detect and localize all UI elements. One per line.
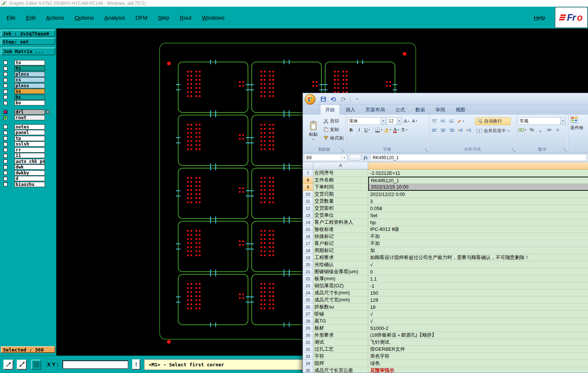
grid-toggle-button[interactable] <box>31 360 41 370</box>
layer-row-plncs[interactable]: plncs <box>0 71 56 77</box>
cell-a16[interactable]: 快捷标记 <box>313 233 368 240</box>
cell-b29[interactable]: S1000-2 <box>368 325 588 332</box>
layer-row-bs[interactable]: bs <box>0 94 56 100</box>
layer-row-bo[interactable]: bo <box>0 100 56 106</box>
cell-a11[interactable]: 交货数量 <box>313 198 368 205</box>
cell-b11[interactable]: 3 <box>368 198 588 205</box>
cell-a32[interactable]: 过孔工艺 <box>313 346 368 353</box>
layer-name-auto_chk_pn[interactable]: auto_chk_pn <box>14 159 45 164</box>
cell-a24[interactable]: 成品尺寸长(mm) <box>313 289 368 297</box>
row-header-12[interactable]: 12 <box>303 205 313 212</box>
layer-visibility-checkbox[interactable] <box>3 125 7 129</box>
decrease-indent-button[interactable] <box>457 127 464 134</box>
row-header-17[interactable]: 17 <box>303 240 313 247</box>
format-painter-button[interactable]: 格式刷 <box>323 134 343 142</box>
insert-function-pill[interactable] <box>348 154 362 161</box>
cell-a35[interactable]: 成品尺寸长宽公差 <box>313 367 368 373</box>
layer-name-dwkby[interactable]: dwkby <box>14 170 45 176</box>
menu-step[interactable]: Step <box>158 14 169 21</box>
cell-b31[interactable]: 飞针测试 <box>368 339 588 346</box>
menu-windows[interactable]: Windows <box>202 14 225 21</box>
cell-a23[interactable]: 铜箔厚度(OZ) <box>313 282 368 289</box>
fx-icon[interactable]: fx <box>363 155 369 161</box>
fill-color-button[interactable]: ▼ <box>384 126 392 133</box>
customize-qat-button[interactable]: ▼ <box>353 95 361 103</box>
layer-name-sslsh[interactable]: sslsh <box>14 141 45 147</box>
dialog-launcher-icon[interactable] <box>341 149 344 152</box>
row-header-10[interactable]: 10 <box>303 191 313 198</box>
layer-row-biaozhu[interactable]: biaozhu <box>0 181 56 187</box>
layer-name-11[interactable]: 11 <box>14 153 45 158</box>
cell-a19[interactable]: 工程要求 <box>313 254 368 261</box>
row-header-8[interactable]: 8 <box>303 177 313 184</box>
layer-name-panel[interactable]: panel <box>14 130 45 135</box>
office-button[interactable] <box>305 94 316 105</box>
job-matrix-button[interactable]: Job Matrix ... <box>1 48 55 55</box>
cell-b14[interactable]: hjc <box>368 219 588 226</box>
row-header-35[interactable]: 35 <box>303 367 313 373</box>
layer-visibility-checkbox[interactable] <box>3 165 7 169</box>
row-header-31[interactable]: 31 <box>303 339 313 346</box>
cell-a29[interactable]: 板材 <box>313 325 368 332</box>
redo-button[interactable] <box>339 95 347 103</box>
copy-button[interactable]: 复制 <box>323 126 343 133</box>
layer-name-bs[interactable]: bs <box>14 95 45 100</box>
layer-row-to[interactable]: to <box>0 60 56 66</box>
layer-name-bo[interactable]: bo <box>14 100 45 105</box>
menu-file[interactable]: File <box>7 14 16 21</box>
excel-tab-插入[interactable]: 插入 <box>341 105 360 115</box>
cell-a15[interactable]: 验收标准 <box>313 226 368 233</box>
dialog-launcher-icon[interactable] <box>564 149 567 152</box>
layer-row-tp[interactable]: tp <box>0 135 56 141</box>
cell-a27[interactable]: 喷锡 <box>313 311 368 318</box>
text-orientation-button[interactable]: ▼ <box>457 118 464 125</box>
wrap-text-button[interactable]: 自动换行 <box>475 117 511 125</box>
layer-name-ts[interactable]: ts <box>14 66 45 71</box>
dialog-launcher-icon[interactable] <box>425 149 428 152</box>
dialog-launcher-icon[interactable] <box>512 149 515 152</box>
cell-b34[interactable]: 绿色 <box>368 360 588 367</box>
cell-b15[interactable]: IPC-6012 Ⅱ级 <box>368 226 588 233</box>
menu-analysis[interactable]: Analysis <box>104 14 125 21</box>
layer-visibility-checkbox[interactable] <box>3 101 7 105</box>
layer-visibility-checkbox[interactable] <box>3 60 7 65</box>
column-header-b-selected[interactable] <box>368 162 588 170</box>
row-header-23[interactable]: 23 <box>303 282 313 289</box>
row-header-34[interactable]: 34 <box>303 360 313 367</box>
cell-b18[interactable]: 加 <box>368 247 588 254</box>
cell-a9[interactable]: 下单时间 <box>313 184 368 191</box>
row-header-22[interactable]: 22 <box>303 275 313 282</box>
row-header-21[interactable]: 21 <box>303 268 313 275</box>
row-header-16[interactable]: 16 <box>303 233 313 240</box>
menu-rout[interactable]: Rout <box>180 14 192 21</box>
merge-center-button[interactable]: 合并后居中 ▼ <box>475 127 511 134</box>
row-header-28[interactable]: 28 <box>303 318 313 325</box>
layer-name-d[interactable]: d <box>14 176 45 181</box>
cell-a10[interactable]: 交货日期 <box>313 191 368 198</box>
cell-a13[interactable]: 交货单位 <box>313 212 368 219</box>
increase-indent-button[interactable] <box>465 127 472 134</box>
name-box[interactable]: B8▼ <box>304 154 347 161</box>
row-header-15[interactable]: 15 <box>303 226 313 233</box>
cell-a26[interactable]: 拼板数su <box>313 304 368 311</box>
cell-b22[interactable]: 1.1 <box>368 275 588 282</box>
cell-b17[interactable]: 不加 <box>368 240 588 247</box>
shrink-font-button[interactable]: A▼ <box>411 118 418 125</box>
decrease-decimal-button[interactable]: .0 <box>554 126 561 133</box>
cut-button[interactable]: 剪切 <box>323 117 343 125</box>
layer-visibility-checkbox[interactable] <box>3 159 7 163</box>
borders-button[interactable]: ▼ <box>375 126 383 133</box>
cell-b13[interactable]: Set <box>368 212 588 219</box>
undo-button[interactable] <box>329 95 337 103</box>
row-header-11[interactable]: 11 <box>303 198 313 205</box>
row-header-25[interactable]: 25 <box>303 297 313 304</box>
layer-visibility-checkbox[interactable] <box>3 89 7 94</box>
layer-visibility-checkbox[interactable] <box>3 131 7 135</box>
conditional-formatting-button[interactable] <box>570 117 578 124</box>
save-button[interactable] <box>319 95 327 103</box>
bold-button[interactable]: B <box>347 126 355 133</box>
cell-a30[interactable]: 外形要求 <box>313 332 368 339</box>
cell-b25[interactable]: 129 <box>368 297 588 304</box>
xy-coordinate-input[interactable] <box>62 360 128 369</box>
align-bottom-button[interactable] <box>448 118 455 125</box>
